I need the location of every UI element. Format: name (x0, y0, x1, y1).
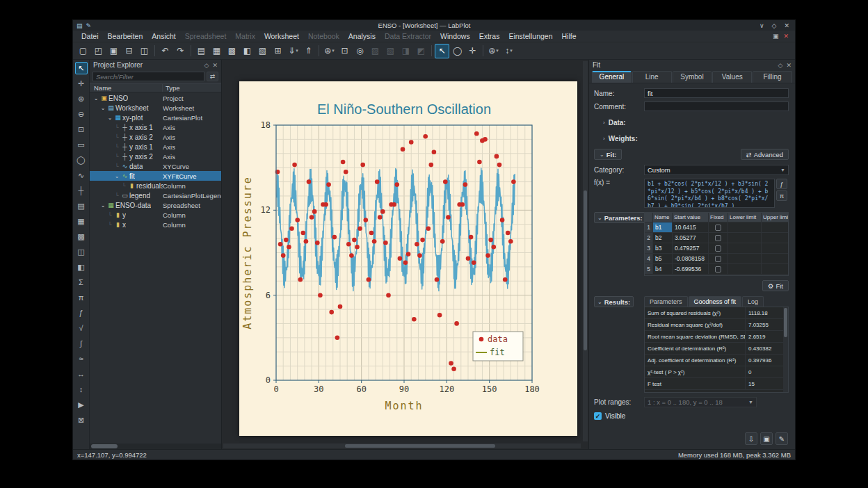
menu-analysis[interactable]: Analysis (344, 31, 380, 41)
menu-windows[interactable]: Windows (436, 31, 474, 41)
results-tab-parameters[interactable]: Parameters (644, 296, 688, 307)
menu-extras[interactable]: Extras (475, 31, 504, 41)
worksheet-view[interactable]: 0306090120150180061218El Niño-Southern O… (222, 60, 588, 449)
worksheet-hscrollbar[interactable] (223, 444, 581, 448)
scrollbar-handle[interactable] (584, 190, 587, 350)
worksheet-vscrollbar[interactable] (583, 61, 588, 441)
menu-worksheet[interactable]: Worksheet (260, 31, 303, 41)
expand-arrow-icon[interactable]: ⌄ (99, 105, 106, 111)
more-icon[interactable]: ∨ (757, 22, 766, 29)
dock-float-icon[interactable]: ◇ (204, 62, 209, 69)
worksheet-sheet[interactable]: 0306090120150180061218El Niño-Southern O… (239, 81, 577, 436)
param-name-cell[interactable]: b5 (653, 254, 673, 264)
new-matrix-button[interactable]: ▩ (225, 44, 239, 58)
menu-ansicht[interactable]: Ansicht (147, 31, 179, 41)
tab-general[interactable]: General (592, 71, 632, 83)
param-lower-limit-cell[interactable] (728, 243, 762, 254)
run-fit-button[interactable]: ⚙ Fit (762, 280, 789, 291)
visible-checkbox[interactable]: ✓ (594, 412, 602, 420)
tree-row-enso[interactable]: ⌄▣ENSOProject (90, 93, 221, 103)
shift-mode-button[interactable]: ↕▾ (501, 44, 516, 58)
new-spreadsheet-button[interactable]: ▦ (209, 44, 224, 58)
functions-button[interactable]: ƒ (776, 179, 787, 189)
v-resize-tool[interactable]: ↕ (75, 383, 88, 396)
param-lower-limit-cell[interactable] (728, 233, 762, 243)
save-button[interactable]: ▣ (106, 44, 121, 58)
param-name-cell[interactable]: b1 (653, 222, 673, 233)
zoom-mode-button[interactable]: ⊕▾ (486, 44, 501, 58)
param-fixed-cell[interactable] (709, 264, 728, 275)
data-section-toggle[interactable]: › Data: (603, 119, 789, 127)
crosshair-tool-button[interactable]: ✛ (465, 44, 480, 58)
param-name-cell[interactable]: b4 (653, 264, 673, 275)
sum-tool[interactable]: Σ (75, 276, 88, 288)
zoom-button[interactable]: ⊕▾ (322, 44, 337, 58)
param-upper-limit-cell[interactable] (762, 243, 789, 254)
dock-float-icon[interactable]: ◇ (778, 62, 783, 69)
approx-tool[interactable]: ≈ (75, 352, 88, 365)
comment-field[interactable] (644, 101, 789, 111)
tree-row-fit[interactable]: ⌄∿fitXYFitCurve (90, 171, 221, 181)
param-upper-limit-cell[interactable] (762, 264, 789, 275)
param-fixed-cell[interactable] (709, 233, 728, 243)
fixed-checkbox[interactable] (715, 266, 721, 273)
split-tool[interactable]: ◧ (75, 261, 88, 273)
column-header-type[interactable]: Type (163, 84, 221, 92)
expand-arrow-icon[interactable]: ⌄ (113, 173, 120, 179)
weights-section-toggle[interactable]: › Weights: (603, 135, 789, 143)
play-tool[interactable]: ▶ (75, 398, 88, 411)
export-button[interactable]: ⇑ (301, 44, 316, 58)
expand-arrow-icon[interactable]: ⌄ (99, 202, 106, 209)
param-lower-limit-cell[interactable] (728, 254, 762, 264)
results-section-toggle[interactable]: ⌄ Results: (594, 296, 634, 307)
param-fixed-cell[interactable] (709, 243, 728, 254)
mdi-restore-icon[interactable]: ▣ (771, 33, 781, 40)
dock-close-icon[interactable]: ✕ (212, 62, 218, 69)
project-tree-hscrollbar[interactable] (90, 444, 221, 449)
param-lower-limit-cell[interactable] (728, 264, 762, 275)
param-header-name[interactable]: Name (653, 213, 673, 222)
param-header-fixed[interactable]: Fixed (709, 213, 728, 222)
pi-tool[interactable]: π (75, 291, 88, 304)
tree-row-x-axis-2[interactable]: └┼x axis 2Axis (90, 132, 221, 142)
param-fixed-cell[interactable] (709, 222, 728, 233)
tree-row-y-axis-1[interactable]: └┼y axis 1Axis (90, 142, 221, 152)
param-upper-limit-cell[interactable] (762, 233, 789, 243)
column-header-name[interactable]: Name (90, 84, 163, 92)
menu-einstellungen[interactable]: Einstellungen (504, 31, 556, 41)
new-datapicker-button[interactable]: ⊞ (271, 44, 285, 58)
param-start-value-cell[interactable]: -0.699536 (673, 264, 709, 275)
new-workbook-button[interactable]: ▤ (194, 44, 209, 58)
worksheet-tool[interactable]: ▤ (75, 200, 88, 212)
param-name-cell[interactable]: b3 (653, 243, 673, 254)
formula-editor[interactable]: b1 + b2*cos( 2*pi*x/12 ) + b3*sin( 2*pi*… (644, 179, 775, 208)
zoom-out-tool[interactable]: ⊖ (75, 108, 88, 120)
param-header-upper-limit[interactable]: Upper limit (762, 213, 789, 222)
scrollbar-handle[interactable] (91, 444, 118, 448)
param-start-value-cell[interactable]: 0.479257 (673, 243, 709, 254)
tree-row-x-axis-1[interactable]: └┼x axis 1Axis (90, 122, 221, 132)
new-notebook-button[interactable]: ▧ (255, 44, 270, 58)
param-start-value-cell[interactable]: -0.0808158 (673, 254, 709, 264)
magnifier-button[interactable]: ◎ (353, 44, 367, 58)
param-upper-limit-cell[interactable] (762, 254, 789, 264)
curve-tool[interactable]: ∿ (75, 169, 88, 181)
tree-row-y[interactable]: └▮yColumn (90, 210, 221, 220)
select-pointer-button[interactable]: ↖ (435, 44, 449, 58)
plot-svg[interactable]: 0306090120150180061218El Niño-Southern O… (239, 81, 577, 436)
close-icon[interactable]: ✕ (782, 22, 791, 29)
zoom-in-tool[interactable]: ⊕ (75, 92, 88, 105)
category-combobox[interactable]: Custom ▼ (644, 165, 789, 175)
spreadsheet-tool[interactable]: ▦ (75, 215, 88, 227)
search-input[interactable] (93, 72, 204, 81)
tree-row-data[interactable]: └∿dataXYCurve (90, 161, 221, 171)
parameters-table[interactable]: NameStart valueFixedLower limitUpper lim… (644, 212, 789, 276)
print-preview-button[interactable]: ◫ (137, 44, 152, 58)
goodness-table[interactable]: Sum of squared residuals (χ²)1118.18Resi… (644, 307, 789, 393)
new-worksheet-button[interactable]: ◧ (240, 44, 255, 58)
tree-row-worksheet[interactable]: ⌄▤WorksheetWorksheet (90, 103, 221, 113)
crosshair-tool[interactable]: ✛ (75, 77, 88, 90)
open-file-button[interactable]: ◰ (91, 44, 106, 58)
h-resize-tool[interactable]: ↔ (75, 368, 88, 380)
fit-section-toggle[interactable]: ⌄ Fit: (594, 149, 622, 160)
